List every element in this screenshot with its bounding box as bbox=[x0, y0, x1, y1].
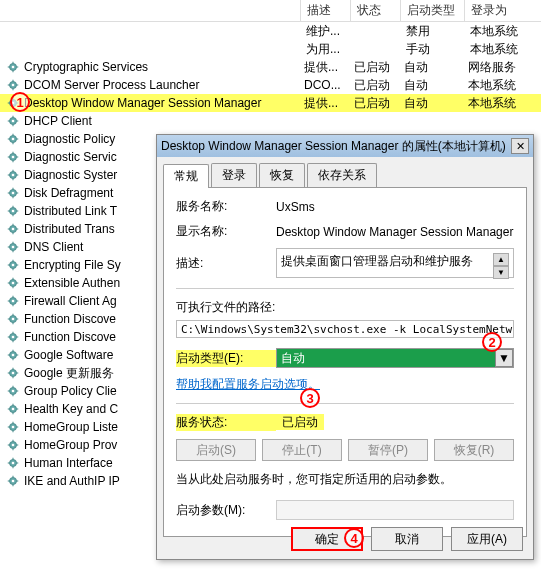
cell-desc: 维护... bbox=[300, 23, 350, 40]
column-headers: 描述 状态 启动类型 登录为 bbox=[0, 0, 541, 22]
svg-point-91 bbox=[12, 336, 15, 339]
cell-startup: 自动 bbox=[398, 59, 462, 76]
service-gear-icon bbox=[6, 204, 20, 218]
startup-type-combo[interactable]: 自动 ▼ bbox=[276, 348, 514, 368]
annotation-marker-4: 4 bbox=[344, 528, 364, 548]
desc-scroll-up[interactable]: ▲ bbox=[493, 253, 509, 266]
help-link[interactable]: 帮助我配置服务启动选项。 bbox=[176, 377, 320, 391]
cell-login: 本地系统 bbox=[462, 95, 534, 112]
description-box: 提供桌面窗口管理器启动和维护服务 ▲ ▼ bbox=[276, 248, 514, 278]
service-gear-icon bbox=[6, 438, 20, 452]
service-row[interactable]: Cryptographic Services提供...已启动自动网络服务 bbox=[0, 58, 541, 76]
svg-point-61 bbox=[12, 246, 15, 249]
value-exe-path: C:\Windows\System32\svchost.exe -k Local… bbox=[176, 320, 514, 338]
resume-button[interactable]: 恢复(R) bbox=[434, 439, 514, 461]
svg-point-97 bbox=[12, 354, 15, 357]
cell-desc: 提供... bbox=[298, 59, 348, 76]
start-params-hint: 当从此处启动服务时，您可指定所适用的启动参数。 bbox=[176, 471, 514, 488]
cell-desc: 为用... bbox=[300, 41, 350, 58]
service-gear-icon bbox=[6, 420, 20, 434]
service-gear-icon bbox=[6, 312, 20, 326]
value-display-name: Desktop Window Manager Session Manager bbox=[276, 225, 514, 239]
svg-point-127 bbox=[12, 444, 15, 447]
cell-login: 网络服务 bbox=[462, 59, 534, 76]
svg-point-109 bbox=[12, 390, 15, 393]
service-gear-icon bbox=[6, 294, 20, 308]
pause-button[interactable]: 暂停(P) bbox=[348, 439, 428, 461]
svg-point-31 bbox=[12, 156, 15, 159]
tab-body-general: 服务名称: UxSms 显示名称: Desktop Window Manager… bbox=[163, 187, 527, 537]
stop-button[interactable]: 停止(T) bbox=[262, 439, 342, 461]
dialog-titlebar[interactable]: Desktop Window Manager Session Manager 的… bbox=[157, 135, 533, 157]
svg-point-37 bbox=[12, 174, 15, 177]
service-gear-icon bbox=[6, 168, 20, 182]
tab-logon[interactable]: 登录 bbox=[211, 163, 257, 187]
annotation-marker-2: 2 bbox=[482, 332, 502, 352]
svg-point-1 bbox=[12, 66, 15, 69]
cell-name: Desktop Window Manager Session Manager bbox=[24, 96, 298, 110]
start-button[interactable]: 启动(S) bbox=[176, 439, 256, 461]
dialog-title: Desktop Window Manager Session Manager 的… bbox=[161, 138, 511, 155]
cell-desc: DCO... bbox=[298, 78, 348, 92]
label-start-params: 启动参数(M): bbox=[176, 502, 276, 519]
apply-button[interactable]: 应用(A) bbox=[451, 527, 523, 551]
cell-name: Cryptographic Services bbox=[24, 60, 298, 74]
cancel-button[interactable]: 取消 bbox=[371, 527, 443, 551]
service-gear-icon bbox=[6, 474, 20, 488]
col-status[interactable]: 状态 bbox=[350, 0, 400, 21]
tab-general[interactable]: 常规 bbox=[163, 164, 209, 188]
cell-startup: 自动 bbox=[398, 95, 462, 112]
service-row[interactable]: Desktop Window Manager Session Manager提供… bbox=[0, 94, 541, 112]
annotation-marker-1: 1 bbox=[10, 92, 30, 112]
cell-desc: 提供... bbox=[298, 95, 348, 112]
cell-startup: 禁用 bbox=[400, 23, 464, 40]
tab-recovery[interactable]: 恢复 bbox=[259, 163, 305, 187]
service-gear-icon bbox=[6, 132, 20, 146]
cell-name: DCOM Server Process Launcher bbox=[24, 78, 298, 92]
service-gear-icon bbox=[6, 348, 20, 362]
col-startup-type[interactable]: 启动类型 bbox=[400, 0, 464, 21]
service-row-filler[interactable]: 为用...手动本地系统 bbox=[0, 40, 541, 58]
cell-status: 已启动 bbox=[348, 95, 398, 112]
start-params-input bbox=[276, 500, 514, 520]
service-gear-icon bbox=[6, 456, 20, 470]
service-gear-icon bbox=[6, 276, 20, 290]
value-description: 提供桌面窗口管理器启动和维护服务 bbox=[281, 253, 493, 270]
cell-status: 已启动 bbox=[348, 59, 398, 76]
svg-point-121 bbox=[12, 426, 15, 429]
service-gear-icon bbox=[6, 60, 20, 74]
close-button[interactable]: ✕ bbox=[511, 138, 529, 154]
svg-point-133 bbox=[12, 462, 15, 465]
value-service-name: UxSms bbox=[276, 200, 514, 214]
service-row[interactable]: DCOM Server Process LauncherDCO...已启动自动本… bbox=[0, 76, 541, 94]
cell-startup: 自动 bbox=[398, 77, 462, 94]
service-row-filler[interactable]: 维护...禁用本地系统 bbox=[0, 22, 541, 40]
svg-point-79 bbox=[12, 300, 15, 303]
service-gear-icon bbox=[6, 78, 20, 92]
label-startup-type: 启动类型(E): bbox=[176, 350, 276, 367]
col-login-as[interactable]: 登录为 bbox=[464, 0, 536, 21]
service-gear-icon bbox=[6, 384, 20, 398]
tab-dependencies[interactable]: 依存关系 bbox=[307, 163, 377, 187]
combo-dropdown-button[interactable]: ▼ bbox=[495, 349, 513, 367]
service-row[interactable]: DHCP Client bbox=[0, 112, 541, 130]
service-gear-icon bbox=[6, 330, 20, 344]
svg-point-139 bbox=[12, 480, 15, 483]
service-gear-icon bbox=[6, 222, 20, 236]
service-gear-icon bbox=[6, 258, 20, 272]
col-description[interactable]: 描述 bbox=[300, 0, 350, 21]
label-service-status: 服务状态: bbox=[176, 414, 276, 431]
value-startup-type: 自动 bbox=[277, 350, 495, 367]
value-service-status: 已启动 bbox=[276, 414, 324, 430]
svg-point-115 bbox=[12, 408, 15, 411]
cell-status: 已启动 bbox=[348, 77, 398, 94]
desc-scroll-down[interactable]: ▼ bbox=[493, 266, 509, 279]
cell-login: 本地系统 bbox=[462, 77, 534, 94]
svg-point-85 bbox=[12, 318, 15, 321]
cell-name: DHCP Client bbox=[24, 114, 298, 128]
annotation-marker-3: 3 bbox=[300, 388, 320, 408]
service-gear-icon bbox=[6, 114, 20, 128]
svg-point-67 bbox=[12, 264, 15, 267]
service-gear-icon bbox=[6, 366, 20, 380]
tab-strip: 常规 登录 恢复 依存关系 bbox=[163, 163, 527, 187]
